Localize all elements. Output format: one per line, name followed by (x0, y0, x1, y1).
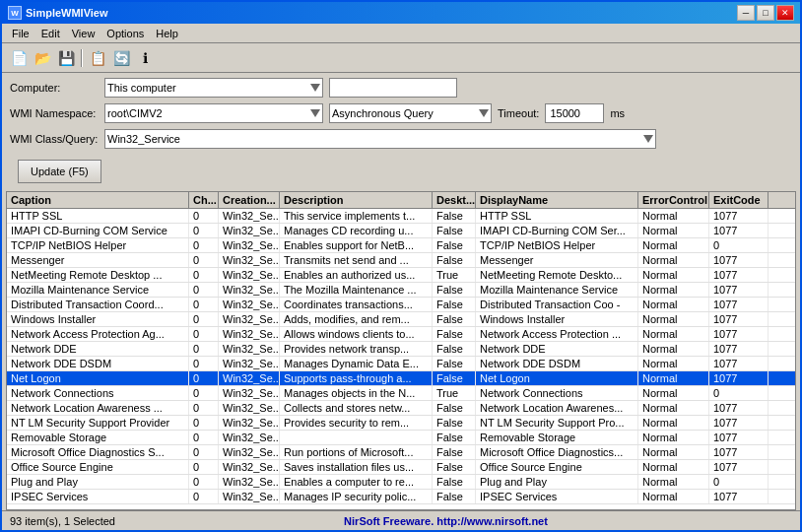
cell-caption: Messenger (7, 253, 189, 267)
title-bar: W SimpleWMIView ─ □ ✕ (2, 2, 800, 24)
table-row[interactable]: NetMeeting Remote Desktop ...0Win32_Se..… (7, 268, 795, 283)
cell-ch: 0 (189, 357, 219, 370)
cell-description: Saves installation files us... (280, 460, 433, 474)
table-row[interactable]: IPSEC Services0Win32_Se...Manages IP sec… (7, 490, 795, 504)
column-caption[interactable]: Caption (7, 192, 189, 208)
cell-ch: 0 (189, 490, 219, 503)
cell-exitcode: 1077 (709, 268, 769, 282)
table-row[interactable]: IMAPI CD-Burning COM Service0Win32_Se...… (7, 224, 795, 238)
table-row[interactable]: Mozilla Maintenance Service0Win32_Se...T… (7, 283, 795, 298)
menu-edit[interactable]: Edit (35, 26, 66, 41)
cell-creation: Win32_Se... (219, 371, 280, 385)
cell-deskt: False (433, 312, 476, 326)
column-errorcontrol[interactable]: ErrorControl (638, 192, 709, 208)
cell-caption: Network Location Awareness ... (7, 401, 189, 415)
cell-errorcontrol: Normal (638, 445, 709, 459)
cell-caption: Office Source Engine (7, 460, 189, 474)
cell-ch: 0 (189, 371, 219, 385)
cell-displayname: Network DDE DSDM (476, 357, 638, 370)
column-displayname[interactable]: DisplayName (476, 192, 638, 208)
cell-deskt: False (433, 224, 476, 237)
cell-creation: Win32_Se... (219, 298, 280, 311)
cell-ch: 0 (189, 209, 219, 223)
table-row[interactable]: Network Location Awareness ...0Win32_Se.… (7, 401, 795, 416)
close-button[interactable]: ✕ (776, 5, 794, 21)
cell-description: Manages Dynamic Data E... (280, 357, 433, 370)
column-exitcode[interactable]: ExitCode (709, 192, 769, 208)
column-creation[interactable]: Creation... (219, 192, 280, 208)
table-row[interactable]: Network Access Protection Ag...0Win32_Se… (7, 327, 795, 342)
cell-displayname: Office Source Engine (476, 460, 638, 474)
table-row[interactable]: Distributed Transaction Coord...0Win32_S… (7, 298, 795, 312)
cell-exitcode: 1077 (709, 342, 769, 356)
table-row[interactable]: Plug and Play0Win32_Se...Enables a compu… (7, 475, 795, 490)
column-description[interactable]: Description (280, 192, 433, 208)
window-title: SimpleWMIView (26, 7, 108, 19)
cell-exitcode: 1077 (709, 445, 769, 459)
computer-extra-input[interactable] (329, 78, 457, 98)
table-row[interactable]: Net Logon0Win32_Se...Supports pass-throu… (7, 371, 795, 386)
cell-creation: Win32_Se... (219, 386, 280, 400)
cell-description: Enables a computer to re... (280, 475, 433, 489)
menu-help[interactable]: Help (150, 26, 184, 41)
status-center: NirSoft Freeware. http://www.nirsoft.net (344, 515, 548, 527)
table-row[interactable]: TCP/IP NetBIOS Helper0Win32_Se...Enables… (7, 238, 795, 253)
cell-creation: Win32_Se... (219, 342, 280, 356)
cell-exitcode: 0 (709, 386, 769, 400)
title-bar-left: W SimpleWMIView (8, 6, 108, 20)
table-row[interactable]: Windows Installer0Win32_Se...Adds, modif… (7, 312, 795, 327)
cell-deskt: False (433, 209, 476, 223)
maximize-button[interactable]: □ (757, 5, 774, 21)
toolbar-open-button[interactable]: 📂 (32, 47, 53, 69)
menu-options[interactable]: Options (100, 26, 150, 41)
async-select[interactable]: Asynchronous Query (329, 103, 492, 123)
cell-ch: 0 (189, 475, 219, 489)
column-ch[interactable]: Ch... (189, 192, 219, 208)
cell-description: Manages objects in the N... (280, 386, 433, 400)
namespace-select[interactable]: root\CIMV2 (104, 103, 323, 123)
table-body[interactable]: HTTP SSL0Win32_Se...This service impleme… (7, 209, 795, 509)
cell-exitcode: 1077 (709, 312, 769, 326)
table-row[interactable]: Network Connections0Win32_Se...Manages o… (7, 386, 795, 401)
computer-select[interactable]: This computer (104, 78, 323, 98)
cell-exitcode: 0 (709, 475, 769, 489)
table-row[interactable]: Messenger0Win32_Se...Transmits net send … (7, 253, 795, 268)
cell-caption: Network DDE (7, 342, 189, 356)
cell-displayname: Plug and Play (476, 475, 638, 489)
table-row[interactable]: Office Source Engine0Win32_Se...Saves in… (7, 460, 795, 475)
cell-errorcontrol: Normal (638, 401, 709, 415)
cell-ch: 0 (189, 401, 219, 415)
toolbar-refresh-button[interactable]: 🔄 (110, 47, 132, 69)
cell-deskt: False (433, 416, 476, 430)
toolbar-copy-button[interactable]: 📋 (87, 47, 108, 69)
column-deskt[interactable]: Deskt... (433, 192, 476, 208)
cell-errorcontrol: Normal (638, 283, 709, 297)
cell-ch: 0 (189, 298, 219, 311)
table-row[interactable]: HTTP SSL0Win32_Se...This service impleme… (7, 209, 795, 224)
table-row[interactable]: Network DDE0Win32_Se...Provides network … (7, 342, 795, 357)
cell-errorcontrol: Normal (638, 327, 709, 341)
menu-view[interactable]: View (66, 26, 101, 41)
cell-creation: Win32_Se... (219, 253, 280, 267)
table-row[interactable]: Network DDE DSDM0Win32_Se...Manages Dyna… (7, 357, 795, 371)
cell-displayname: NetMeeting Remote Deskto... (476, 268, 638, 282)
toolbar-save-button[interactable]: 💾 (55, 47, 77, 69)
menu-bar: File Edit View Options Help (2, 24, 800, 43)
timeout-input[interactable] (545, 103, 604, 123)
table-row[interactable]: Removable Storage0Win32_Se...FalseRemova… (7, 431, 795, 445)
cell-errorcontrol: Normal (638, 253, 709, 267)
cell-ch: 0 (189, 386, 219, 400)
cell-displayname: TCP/IP NetBIOS Helper (476, 238, 638, 252)
toolbar-new-button[interactable]: 📄 (8, 47, 30, 69)
minimize-button[interactable]: ─ (737, 5, 755, 21)
cell-caption: Net Logon (7, 371, 189, 385)
toolbar-properties-button[interactable]: ℹ (134, 47, 156, 69)
cell-ch: 0 (189, 327, 219, 341)
update-button[interactable]: Update (F5) (18, 160, 101, 183)
table-row[interactable]: NT LM Security Support Provider0Win32_Se… (7, 416, 795, 431)
cell-caption: Microsoft Office Diagnostics S... (7, 445, 189, 459)
class-select[interactable]: Win32_Service (104, 129, 656, 149)
cell-deskt: False (433, 460, 476, 474)
menu-file[interactable]: File (6, 26, 35, 41)
table-row[interactable]: Microsoft Office Diagnostics S...0Win32_… (7, 445, 795, 460)
